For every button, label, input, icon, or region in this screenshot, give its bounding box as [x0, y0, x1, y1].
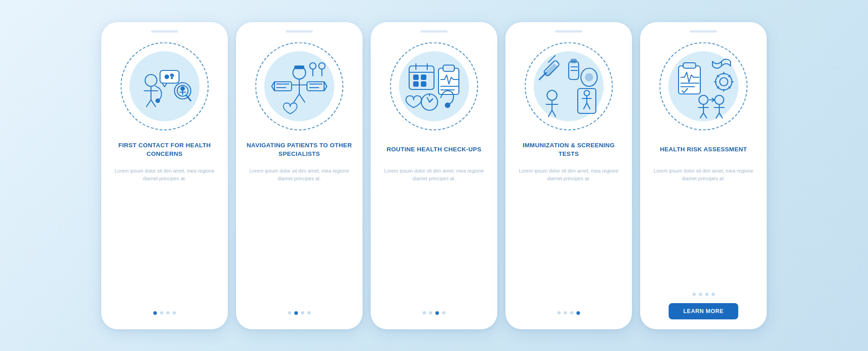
- icon-immunization: [535, 52, 603, 120]
- svg-text:?: ?: [170, 73, 174, 80]
- icon-checkups: [400, 52, 468, 120]
- dot-3-3: [435, 311, 439, 315]
- svg-marker-9: [162, 83, 167, 87]
- svg-line-3: [146, 100, 151, 107]
- card-body-2: Lorem ipsum dolor sit dim amet, mea regi…: [246, 167, 353, 183]
- svg-rect-6: [160, 70, 179, 83]
- icon-first-contact: ?: [131, 52, 198, 120]
- svg-point-32: [319, 63, 325, 69]
- card-immunization: IMMUNIZATION & SCREENING TESTS Lorem ips…: [505, 22, 632, 329]
- svg-rect-22: [274, 82, 292, 91]
- dot-3-4: [442, 311, 445, 314]
- dot-2-1: [288, 311, 291, 314]
- card-title-5: HEALTH RISK ASSESSMENT: [660, 138, 747, 162]
- svg-rect-39: [421, 82, 426, 86]
- icon-navigating: [265, 52, 333, 120]
- card-title-2: NAVIGATING PATIENTS TO OTHER SPECIALISTS: [246, 138, 353, 162]
- illustration-risk: [656, 39, 751, 134]
- svg-line-71: [552, 110, 556, 117]
- card-body-4: Lorem ipsum dolor sit dim amet, mea regi…: [515, 167, 622, 183]
- dot-2-3: [301, 311, 304, 314]
- svg-point-0: [145, 75, 157, 86]
- svg-point-60: [585, 74, 593, 81]
- dot-5-2: [699, 293, 702, 296]
- svg-line-97: [716, 113, 719, 118]
- card-title-1: FIRST CONTACT FOR HEALTH CONCERNS: [111, 138, 218, 162]
- svg-rect-56: [571, 59, 576, 63]
- dot-3-1: [423, 311, 426, 314]
- svg-marker-27: [324, 82, 327, 91]
- svg-point-94: [715, 95, 724, 104]
- svg-line-70: [548, 110, 552, 117]
- card-title-3: ROUTINE HEALTH CHECK-UPS: [387, 138, 481, 162]
- dot-5-3: [705, 293, 708, 296]
- svg-point-50: [445, 103, 450, 108]
- svg-point-7: [165, 75, 169, 79]
- svg-rect-37: [421, 75, 426, 80]
- svg-marker-23: [272, 82, 274, 91]
- svg-rect-17: [295, 66, 304, 69]
- svg-point-89: [699, 95, 708, 104]
- dot-5-4: [712, 293, 715, 296]
- svg-point-5: [156, 99, 160, 103]
- svg-line-20: [294, 94, 299, 102]
- card-navigating: NAVIGATING PATIENTS TO OTHER SPECIALISTS…: [236, 22, 363, 329]
- svg-line-4: [151, 100, 156, 107]
- icon-risk: [670, 52, 737, 120]
- dots-row-4: [557, 311, 580, 315]
- svg-rect-26: [307, 82, 324, 91]
- dots-row-2: [288, 311, 311, 315]
- svg-rect-43: [443, 65, 454, 71]
- card-body-5: Lorem ipsum dolor sit dim amet, mea regi…: [650, 167, 757, 183]
- card-body-3: Lorem ipsum dolor sit dim amet, mea regi…: [381, 167, 487, 183]
- svg-line-93: [703, 113, 707, 118]
- illustration-first-contact: ?: [117, 39, 212, 134]
- card-checkups: ROUTINE HEALTH CHECK-UPS Lorem ipsum dol…: [371, 22, 497, 329]
- dot-1-3: [166, 311, 170, 314]
- dot-1-4: [173, 311, 176, 314]
- svg-point-30: [310, 63, 316, 69]
- dot-1-1: [153, 311, 157, 315]
- svg-line-21: [299, 94, 305, 102]
- dot-4-4: [576, 311, 580, 315]
- svg-rect-38: [414, 82, 418, 86]
- learn-more-button[interactable]: LEARN MORE: [669, 303, 738, 319]
- dot-3-2: [429, 311, 432, 314]
- dot-4-2: [564, 311, 567, 314]
- illustration-navigating: [252, 39, 347, 134]
- svg-line-98: [719, 113, 722, 118]
- cards-container: ? FIRST CONTACT FOR HEALTH CONCERNS Lore…: [92, 13, 776, 338]
- dot-4-1: [557, 311, 561, 314]
- dot-4-3: [570, 311, 573, 314]
- dot-2-2: [294, 311, 298, 315]
- dot-5-1: [693, 293, 696, 296]
- dots-row-5: [693, 293, 715, 296]
- card-title-4: IMMUNIZATION & SCREENING TESTS: [515, 138, 622, 162]
- illustration-immunization: [521, 39, 616, 134]
- dot-2-4: [307, 311, 311, 314]
- dots-row-1: [153, 311, 176, 315]
- illustration-checkups: [387, 39, 481, 134]
- svg-point-13: [181, 87, 184, 90]
- svg-line-92: [700, 113, 703, 118]
- card-body-1: Lorem ipsum dolor sit dim amet, mea regi…: [111, 167, 218, 183]
- dot-1-2: [160, 311, 163, 314]
- card-risk-assessment: HEALTH RISK ASSESSMENT Lorem ipsum dolor…: [640, 22, 767, 329]
- svg-point-67: [547, 90, 557, 100]
- svg-rect-36: [414, 75, 418, 80]
- svg-rect-73: [683, 63, 696, 68]
- card-first-contact: ? FIRST CONTACT FOR HEALTH CONCERNS Lore…: [101, 22, 228, 329]
- dots-row-3: [423, 311, 445, 315]
